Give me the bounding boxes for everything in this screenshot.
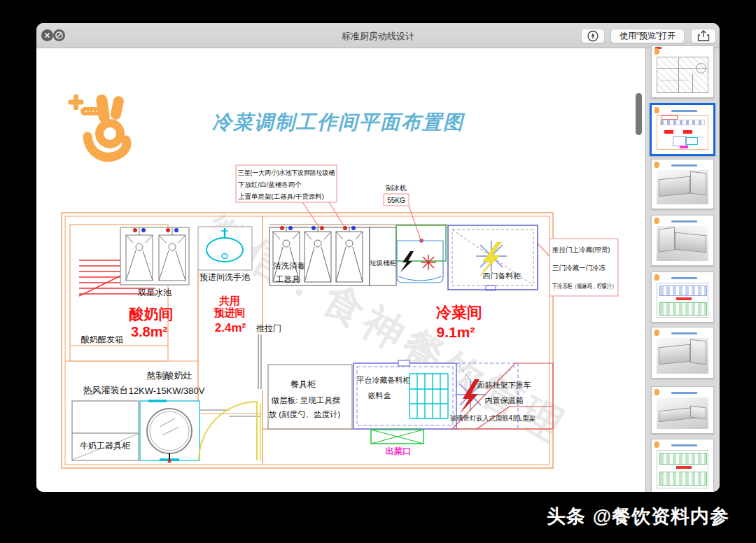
svg-text:下放红/白/蓝桶各两个: 下放红/白/蓝桶各两个	[238, 181, 302, 188]
thumb-art-circle	[696, 63, 706, 73]
svg-text:上置单层架(工器具/干货原料): 上置单层架(工器具/干货原料)	[238, 192, 324, 200]
thumb-art-colored-plan	[657, 283, 708, 318]
gluten-rack: 面筋挂架下推车 内置保温箱 玻璃带灯嵌入式面筋4层L型架	[449, 363, 553, 429]
four-door-fridge: 四门备料柜	[448, 225, 538, 290]
trash-cabinet-label: 垃圾桶柜	[370, 259, 397, 267]
tableware-cabinet: 餐具柜 做层板: 呈现工具摆 放 (刻度勺、盐度计)	[268, 365, 352, 429]
room-labels: 酸奶间 3.8m² 共用 预进间 2.4m² 冷菜间 9.1m²	[130, 295, 483, 340]
svg-text:推拉门上冷藏(理货): 推拉门上冷藏(理货)	[552, 246, 610, 253]
svg-text:出菜口: 出菜口	[385, 446, 412, 456]
wash-label-2: 工器具	[276, 275, 300, 284]
double-sink-label: 双星水池	[138, 288, 172, 297]
floor-plan: 三星(一大两小)水池下设脚踏垃圾桶 下放红/白/蓝桶各两个 上置单层架(工器具/…	[56, 158, 637, 480]
svg-text:餐具柜: 餐具柜	[290, 379, 316, 389]
thumb-art-3d-render	[657, 226, 708, 261]
thumb-art-3d-render	[657, 397, 708, 429]
yogurt-stove: 熬制酸奶灶 12KW-15KW/380V	[129, 370, 205, 463]
thumb-logo-icon	[654, 107, 659, 113]
thumb-art-colored-plan	[657, 450, 708, 488]
page-thumbnail-4[interactable]	[651, 215, 714, 266]
thumb-art-3d-render	[657, 170, 708, 204]
thumb-title-line	[671, 332, 697, 334]
svg-text:3.8m²: 3.8m²	[131, 324, 168, 339]
svg-text:面筋挂架下推车: 面筋挂架下推车	[477, 381, 531, 389]
svg-text:做层板: 呈现工具摆: 做层板: 呈现工具摆	[271, 396, 341, 405]
ice-machine	[396, 225, 446, 283]
sliding-door-label: 推拉门	[256, 323, 281, 333]
screen: 标准厨房动线设计 使用“预览”打开	[0, 0, 756, 543]
handwash-basin	[198, 227, 252, 270]
annotation-fridge-note: 推拉门上冷藏(理货) 三门冷藏一门冷冻 下冷冻柜（椒麻鸡，柠檬汁）	[550, 239, 618, 296]
scrollbar-thumb[interactable]	[636, 93, 642, 135]
svg-text:下冷冻柜（椒麻鸡，柠檬汁）: 下冷冻柜（椒麻鸡，柠檬汁）	[552, 282, 617, 290]
wash-label-1: 清洗消毒	[273, 262, 306, 270]
page-thumbnail-8[interactable]	[651, 439, 714, 492]
annotation-sink-note: 三星(一大两小)水池下设脚踏垃圾桶 下放红/白/蓝桶各两个 上置单层架(工器具/…	[236, 165, 337, 202]
svg-text:冷菜间: 冷菜间	[436, 304, 482, 321]
snowflake-red-icon	[421, 255, 436, 270]
svg-text:2.4m²: 2.4m²	[215, 321, 246, 334]
share-button[interactable]	[691, 29, 716, 43]
markup-button[interactable]	[581, 29, 605, 43]
thumb-logo-icon	[654, 389, 659, 395]
svg-text:平台冷藏备料柜: 平台冷藏备料柜	[357, 376, 411, 384]
bottom-watermark: 头条@餐饮资料内参	[547, 504, 729, 529]
svg-text:酸奶间: 酸奶间	[130, 306, 174, 322]
page-thumbnail-2-selected[interactable]	[650, 103, 715, 156]
double-star-sink	[120, 227, 189, 285]
svg-text:共用: 共用	[219, 295, 240, 306]
svg-text:预进间: 预进间	[214, 306, 246, 318]
hot-air-filling-table: 热风灌装台 牛奶工器具柜	[72, 385, 139, 460]
svg-text:12KW-15KW/380V: 12KW-15KW/380V	[129, 386, 205, 396]
platform-fridge-cabinet: 平台冷藏备料柜 嵌料盒	[354, 360, 456, 429]
account-handle: @餐饮资料内参	[593, 506, 729, 527]
power-bolt-icon	[400, 251, 414, 272]
thumb-logo-icon	[654, 162, 659, 168]
page-thumbnail-6[interactable]	[651, 327, 714, 379]
annotation-ice-machine: 制冰机 55KG	[384, 184, 409, 206]
page-title: 冷菜调制工作间平面布置图	[36, 109, 640, 136]
svg-text:牛奶工器具柜: 牛奶工器具柜	[80, 441, 131, 451]
svg-text:55KG: 55KG	[387, 197, 405, 204]
page-thumbnail-1[interactable]	[651, 45, 714, 98]
thumb-title-line	[671, 220, 697, 223]
thumb-title-line	[671, 164, 697, 167]
document-page: 冷菜调制工作间平面布置图 微信：食神餐饮管理	[36, 48, 645, 492]
page-thumbnail-3[interactable]	[651, 159, 714, 209]
svg-text:热风灌装台: 热风灌装台	[83, 385, 129, 395]
thumb-art-current-layout	[657, 115, 708, 150]
svg-text:三门冷藏一门冷冻: 三门冷藏一门冷冻	[552, 264, 606, 272]
markup-pen-icon	[582, 29, 604, 43]
thumb-logo-icon	[654, 442, 659, 448]
thumb-art-3d-render	[657, 338, 708, 374]
thumb-logo-icon	[654, 218, 659, 224]
thumb-title-line	[671, 277, 697, 279]
thumb-title-line	[671, 110, 697, 112]
sliding-door-panels	[200, 334, 261, 416]
thumb-logo-icon	[654, 330, 659, 336]
svg-text:9.1m²: 9.1m²	[437, 324, 475, 340]
preview-window: 标准厨房动线设计 使用“预览”打开	[36, 23, 720, 492]
thumb-title-line	[671, 444, 697, 446]
svg-text:玻璃带灯嵌入式面筋4层L型架: 玻璃带灯嵌入式面筋4层L型架	[449, 414, 536, 422]
svg-text:三星(一大两小)水池下设脚踏垃圾桶: 三星(一大两小)水池下设脚踏垃圾桶	[238, 169, 335, 176]
open-with-preview-button[interactable]: 使用“预览”打开	[610, 29, 685, 43]
toutiao-brand: 头条	[547, 506, 586, 527]
page-thumbnail-7[interactable]	[651, 386, 714, 434]
svg-text:嵌料盒: 嵌料盒	[368, 391, 391, 400]
svg-text:熬制酸奶灶: 熬制酸奶灶	[147, 370, 192, 381]
thumb-logo-icon	[654, 48, 659, 55]
titlebar: 标准厨房动线设计 使用“预览”打开	[36, 23, 720, 48]
thumb-logo-icon	[654, 274, 659, 281]
trash-cabinet	[370, 227, 396, 285]
svg-text:制冰机: 制冰机	[386, 184, 407, 192]
svg-text:酸奶醒发箱: 酸奶醒发箱	[81, 334, 123, 344]
page-thumbnail-5[interactable]	[651, 272, 714, 323]
svg-text:内置保温箱: 内置保温箱	[485, 396, 524, 404]
thumb-title-line	[671, 392, 697, 394]
dish-exit: 出菜口	[371, 430, 424, 456]
svg-text:四门备料柜: 四门备料柜	[483, 272, 522, 280]
thumb-art-floor-plan	[657, 57, 708, 93]
handwash-label: 预进间洗手池	[200, 272, 251, 282]
svg-text:放 (刻度勺、盐度计): 放 (刻度勺、盐度计)	[269, 410, 341, 418]
